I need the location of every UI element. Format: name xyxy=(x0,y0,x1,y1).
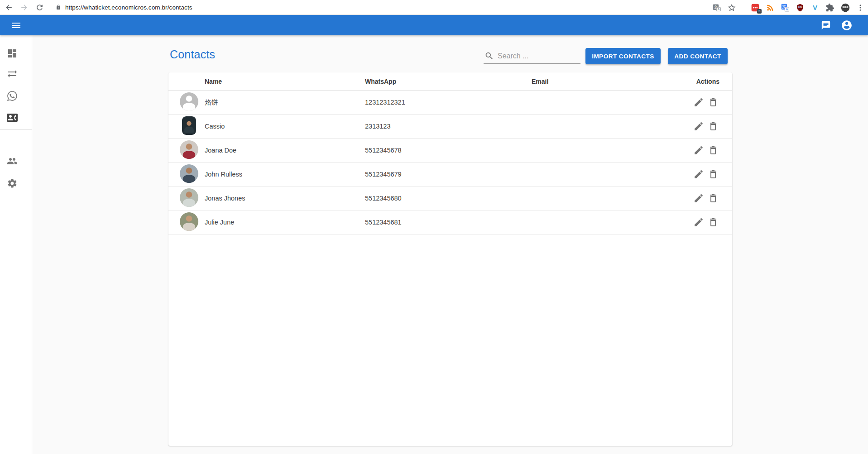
table-row: John Rulless 5512345679 xyxy=(168,162,732,186)
browser-menu-icon[interactable] xyxy=(856,4,864,12)
page-translate-icon[interactable]: 文A xyxy=(712,3,721,12)
app-bar xyxy=(0,15,868,35)
sidebar-divider xyxy=(0,129,32,130)
svg-text:A: A xyxy=(717,7,719,11)
account-circle-icon[interactable] xyxy=(841,19,853,31)
pencil-icon xyxy=(693,145,704,156)
table-header: Name WhatsApp Email Actions xyxy=(168,72,732,91)
address-bar[interactable]: https://whaticket.economicros.com.br/con… xyxy=(56,4,192,11)
delete-contact-button[interactable] xyxy=(708,217,719,228)
extension-badge: 3 xyxy=(757,9,762,14)
pencil-icon xyxy=(693,217,704,228)
red-extension-icon[interactable]: 3 xyxy=(751,3,760,12)
edit-contact-button[interactable] xyxy=(693,97,704,108)
table-row: Julie June 5512345681 xyxy=(168,210,732,234)
contact-name: Joana Doe xyxy=(205,147,365,154)
people-icon xyxy=(7,156,18,167)
contact-whatsapp: 5512345680 xyxy=(365,195,532,202)
sidebar-item-users[interactable] xyxy=(7,156,18,167)
contact-whatsapp: 5512345678 xyxy=(365,147,532,154)
bookmark-star-icon[interactable] xyxy=(727,3,736,12)
trash-icon xyxy=(708,145,719,156)
contact-avatar xyxy=(180,188,198,207)
contact-avatar xyxy=(180,164,198,183)
trash-icon xyxy=(708,97,719,108)
pencil-icon xyxy=(693,193,704,204)
contact-name: Jonas Jhones xyxy=(205,195,365,202)
sidebar-item-connections[interactable] xyxy=(7,91,18,101)
delete-contact-button[interactable] xyxy=(708,145,719,156)
svg-text:A: A xyxy=(786,7,788,11)
header-actions: Actions xyxy=(676,78,732,85)
page-title: Contacts xyxy=(170,48,215,61)
chat-icon[interactable] xyxy=(821,20,831,30)
contact-avatar xyxy=(182,116,196,135)
contact-name: 烙饼 xyxy=(205,98,365,107)
reload-icon[interactable] xyxy=(35,3,44,12)
contact-whatsapp: 12312312321 xyxy=(365,99,532,106)
browser-toolbar: https://whaticket.economicros.com.br/con… xyxy=(0,0,868,15)
delete-contact-button[interactable] xyxy=(708,193,719,204)
contact-name: Cassio xyxy=(205,123,365,130)
contact-whatsapp: 5512345681 xyxy=(365,219,532,226)
edit-contact-button[interactable] xyxy=(693,121,704,132)
vimeo-icon[interactable]: V xyxy=(810,3,820,12)
edit-contact-button[interactable] xyxy=(693,169,704,180)
menu-icon[interactable] xyxy=(11,20,22,31)
header-name: Name xyxy=(205,78,365,85)
pencil-icon xyxy=(693,97,704,108)
swap-arrows-icon xyxy=(7,68,18,79)
header-whatsapp: WhatsApp xyxy=(365,78,532,85)
lock-icon[interactable] xyxy=(56,5,61,10)
trash-icon xyxy=(708,169,719,180)
edit-contact-button[interactable] xyxy=(693,193,704,204)
profile-avatar-icon[interactable] xyxy=(840,3,850,13)
whatsapp-icon xyxy=(7,91,18,101)
table-row: Jonas Jhones 5512345680 xyxy=(168,186,732,210)
ublock-origin-icon[interactable]: UO xyxy=(796,3,805,12)
search-icon xyxy=(484,51,494,61)
search-input[interactable] xyxy=(498,52,580,60)
back-arrow-icon[interactable] xyxy=(5,3,13,12)
search-field xyxy=(484,49,580,64)
contact-avatar xyxy=(180,212,198,231)
pencil-icon xyxy=(693,121,704,132)
table-row: Joana Doe 5512345678 xyxy=(168,139,732,162)
contact-whatsapp: 2313123 xyxy=(365,123,532,130)
contact-whatsapp: 5512345679 xyxy=(365,171,532,178)
sidebar-item-contacts[interactable] xyxy=(7,112,18,123)
import-contacts-button[interactable]: IMPORT CONTACTS xyxy=(585,48,661,64)
edit-contact-button[interactable] xyxy=(693,217,704,228)
contact-avatar xyxy=(180,140,198,159)
add-contact-button[interactable]: ADD CONTACT xyxy=(668,48,728,64)
table-row: 烙饼 12312312321 xyxy=(168,91,732,115)
edit-contact-button[interactable] xyxy=(693,145,704,156)
contact-name: John Rulless xyxy=(205,171,365,178)
dashboard-icon xyxy=(7,48,18,59)
url-text[interactable]: https://whaticket.economicros.com.br/con… xyxy=(65,4,192,11)
main-content: Contacts IMPORT CONTACTS ADD CONTACT Nam… xyxy=(32,35,868,454)
trash-icon xyxy=(708,193,719,204)
contacts-card: Name WhatsApp Email Actions 烙饼 123123123… xyxy=(168,72,732,446)
delete-contact-button[interactable] xyxy=(708,169,719,180)
svg-text:V: V xyxy=(813,4,817,11)
contact-name: Julie June xyxy=(205,219,365,226)
delete-contact-button[interactable] xyxy=(708,97,719,108)
extensions-puzzle-icon[interactable] xyxy=(825,3,834,12)
contact-avatar xyxy=(180,92,198,111)
contact-card-icon xyxy=(7,112,18,123)
table-row: Cassio 2313123 xyxy=(168,115,732,139)
svg-text:UO: UO xyxy=(798,6,802,9)
trash-icon xyxy=(708,121,719,132)
sidebar-item-settings[interactable] xyxy=(7,178,18,189)
trash-icon xyxy=(708,217,719,228)
google-translate-icon[interactable]: 文A xyxy=(781,3,790,12)
forward-arrow-icon[interactable] xyxy=(20,3,29,12)
delete-contact-button[interactable] xyxy=(708,121,719,132)
sidebar-item-tickets[interactable] xyxy=(7,68,18,79)
rss-feed-icon[interactable] xyxy=(766,3,775,12)
pencil-icon xyxy=(693,169,704,180)
sidebar-item-dashboard[interactable] xyxy=(7,48,18,59)
gear-icon xyxy=(7,178,18,189)
header-email: Email xyxy=(532,78,676,85)
